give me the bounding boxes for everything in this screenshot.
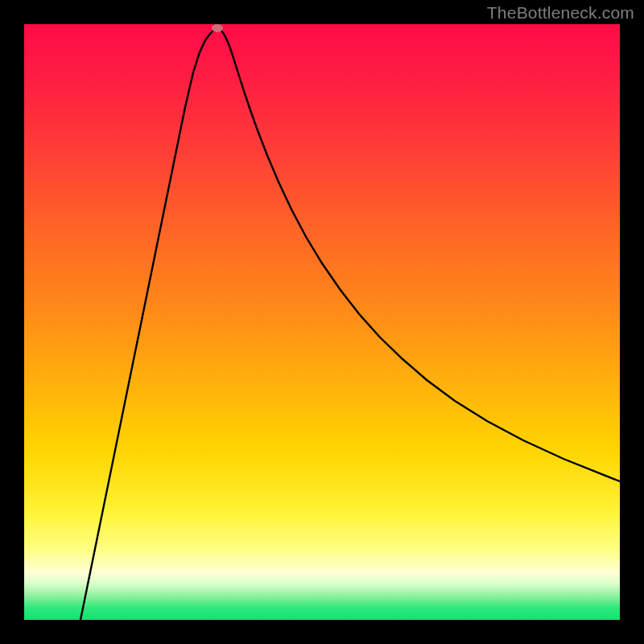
curve-svg: [24, 24, 620, 620]
bottleneck-curve: [80, 28, 620, 620]
plot-area: [24, 24, 620, 620]
watermark-text: TheBottleneck.com: [487, 3, 634, 23]
minimum-marker: [212, 24, 223, 32]
chart-container: TheBottleneck.com: [0, 0, 644, 644]
